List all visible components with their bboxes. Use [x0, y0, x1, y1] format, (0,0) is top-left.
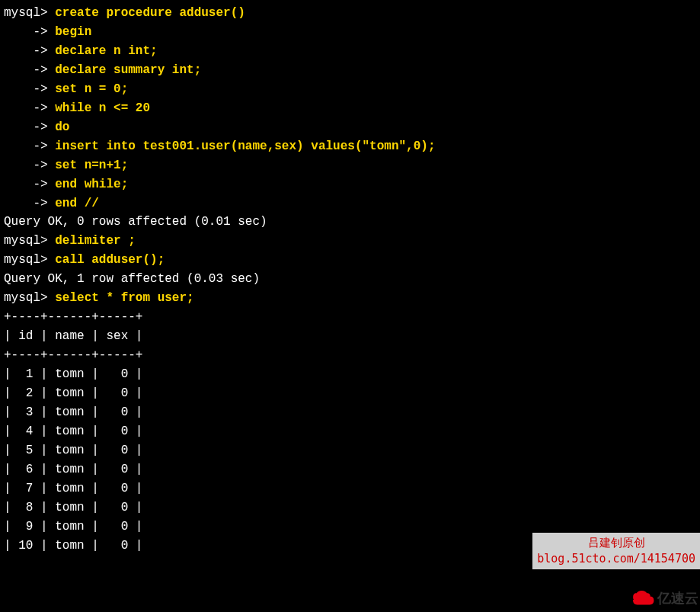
table-row: | 8 | tomn | 0 | — [4, 498, 696, 517]
sql-command: while n <= 20 — [55, 101, 150, 115]
continuation-prompt: -> — [4, 82, 55, 96]
terminal-line: mysql> create procedure adduser() — [4, 4, 696, 23]
mysql-prompt: mysql> — [4, 6, 55, 20]
sql-command: end while; — [55, 178, 128, 191]
table-row: | 7 | tomn | 0 | — [4, 479, 696, 498]
table-border: +----+------+-----+ — [4, 308, 696, 327]
terminal-line: -> declare summary int; — [4, 61, 696, 80]
terminal-line: -> begin — [4, 23, 696, 42]
table-header: | id | name | sex | — [4, 327, 696, 346]
terminal-line: -> set n=n+1; — [4, 156, 696, 175]
sql-command: delimiter ; — [55, 234, 136, 248]
watermark-author: 吕建钊原创 — [537, 535, 695, 551]
table-row: | 4 | tomn | 0 | — [4, 422, 696, 441]
table-row: | 6 | tomn | 0 | — [4, 460, 696, 479]
sql-command: call adduser(); — [55, 253, 165, 267]
terminal-line: mysql> call adduser(); — [4, 251, 696, 270]
mysql-prompt: mysql> — [4, 253, 55, 267]
brand-watermark: 亿速云 — [630, 585, 700, 612]
sql-command: set n=n+1; — [55, 159, 128, 172]
continuation-prompt: -> — [4, 101, 55, 115]
table-row: | 2 | tomn | 0 | — [4, 384, 696, 403]
sql-command: select * from user; — [55, 291, 193, 305]
query-result: Query OK, 0 rows affected (0.01 sec) — [4, 213, 696, 232]
terminal-line: -> end while; — [4, 175, 696, 194]
continuation-prompt: -> — [4, 197, 55, 210]
table-border: +----+------+-----+ — [4, 346, 696, 365]
watermark-url: blog.51cto.com/14154700 — [537, 551, 695, 567]
continuation-prompt: -> — [4, 159, 55, 172]
terminal-line: mysql> select * from user; — [4, 289, 696, 308]
continuation-prompt: -> — [4, 120, 55, 134]
terminal-line: -> do — [4, 118, 696, 137]
continuation-prompt: -> — [4, 178, 55, 191]
terminal-output: mysql> create procedure adduser() -> beg… — [4, 4, 696, 556]
terminal-line: -> set n = 0; — [4, 80, 696, 99]
query-result: Query OK, 1 row affected (0.03 sec) — [4, 270, 696, 289]
mysql-prompt: mysql> — [4, 291, 55, 305]
continuation-prompt: -> — [4, 25, 55, 39]
sql-command: declare n int; — [55, 44, 157, 58]
table-row: | 1 | tomn | 0 | — [4, 365, 696, 384]
table-row: | 3 | tomn | 0 | — [4, 403, 696, 422]
sql-command: create procedure adduser() — [55, 6, 245, 20]
author-watermark: 吕建钊原创 blog.51cto.com/14154700 — [532, 533, 700, 569]
continuation-prompt: -> — [4, 139, 55, 153]
terminal-line: -> declare n int; — [4, 42, 696, 61]
sql-command: begin — [55, 25, 91, 39]
continuation-prompt: -> — [4, 63, 55, 77]
continuation-prompt: -> — [4, 44, 55, 58]
sql-command: do — [55, 120, 69, 134]
sql-command: set n = 0; — [55, 82, 128, 96]
terminal-line: -> while n <= 20 — [4, 99, 696, 118]
sql-command: end // — [55, 197, 99, 210]
terminal-line: mysql> delimiter ; — [4, 232, 696, 251]
watermark-brand-text: 亿速云 — [657, 588, 698, 609]
terminal-line: -> end // — [4, 194, 696, 213]
mysql-prompt: mysql> — [4, 234, 55, 248]
terminal-line: -> insert into test001.user(name,sex) va… — [4, 137, 696, 156]
table-row: | 5 | tomn | 0 | — [4, 441, 696, 460]
sql-command: insert into test001.user(name,sex) value… — [55, 139, 435, 153]
cloud-logo-icon — [631, 590, 654, 607]
sql-command: declare summary int; — [55, 63, 201, 77]
